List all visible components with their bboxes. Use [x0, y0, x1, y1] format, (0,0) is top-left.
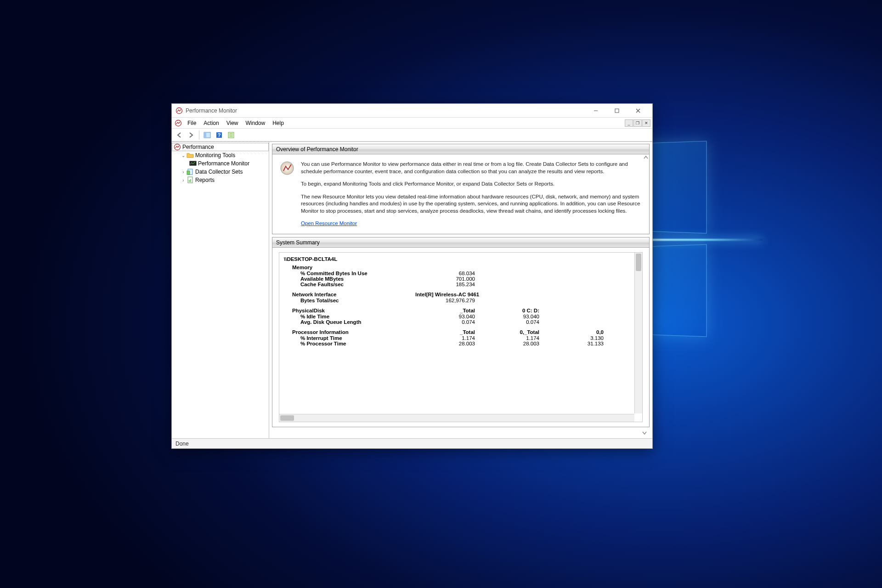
close-button[interactable] — [628, 104, 649, 117]
app-icon — [175, 119, 182, 127]
reports-icon — [187, 176, 194, 184]
minimize-button[interactable] — [585, 104, 606, 117]
folder-icon — [187, 152, 194, 159]
tree-node-monitoring-tools[interactable]: ⌄ Monitoring Tools — [172, 151, 269, 159]
tree-node-performance-monitor[interactable]: Performance Monitor — [172, 159, 269, 168]
navigation-tree[interactable]: Performance ⌄ Monitoring Tools Performan… — [172, 142, 269, 438]
svg-rect-7 — [204, 132, 206, 138]
overview-text-3: The new Resource Monitor lets you view d… — [301, 193, 642, 215]
perfmon-icon — [174, 143, 181, 151]
app-icon — [175, 107, 183, 114]
menu-view[interactable]: View — [223, 118, 242, 128]
svg-rect-17 — [187, 171, 190, 175]
tree-node-data-collector-sets[interactable]: › Data Collector Sets — [172, 168, 269, 176]
mdi-close-button[interactable]: ✕ — [642, 119, 650, 127]
statusbar: Done — [172, 438, 652, 448]
open-resource-monitor-link[interactable]: Open Resource Monitor — [301, 220, 357, 226]
menu-help[interactable]: Help — [269, 118, 288, 128]
overview-header: Overview of Performance Monitor — [272, 144, 649, 154]
maximize-button[interactable] — [606, 104, 628, 117]
expand-icon[interactable]: › — [180, 178, 187, 183]
status-text: Done — [175, 441, 189, 447]
tree-label: Data Collector Sets — [195, 169, 243, 175]
system-summary-panel: System Summary \\DESKTOP-BCLTA4L Memory … — [272, 237, 650, 427]
tree-label: Monitoring Tools — [195, 152, 235, 158]
system-summary-header: System Summary — [272, 237, 649, 248]
expand-icon[interactable]: › — [180, 170, 187, 175]
system-summary-grid[interactable]: \\DESKTOP-BCLTA4L Memory % Committed Byt… — [279, 252, 643, 422]
overview-scroll-up-icon[interactable] — [644, 155, 648, 160]
summary-hostname: \\DESKTOP-BCLTA4L — [284, 256, 638, 262]
mdi-restore-button[interactable]: ❐ — [633, 119, 642, 127]
toolbar: ? — [172, 129, 652, 141]
titlebar[interactable]: Performance Monitor — [172, 104, 652, 118]
show-hide-tree-button[interactable] — [202, 130, 213, 141]
expand-icon[interactable]: ⌄ — [180, 153, 187, 158]
back-button[interactable] — [174, 130, 185, 141]
summary-vertical-scrollbar[interactable] — [634, 253, 642, 413]
monitor-icon — [189, 160, 197, 167]
overview-scroll-down-icon[interactable] — [272, 430, 650, 436]
tree-label: Performance Monitor — [198, 160, 249, 167]
tree-label: Performance — [182, 144, 214, 150]
collector-icon — [187, 168, 194, 175]
forward-button[interactable] — [186, 130, 197, 141]
tree-node-reports[interactable]: › Reports — [172, 176, 269, 184]
mdi-minimize-button[interactable]: _ — [625, 119, 633, 127]
overview-panel: Overview of Performance Monitor You can … — [272, 144, 650, 234]
overview-text-2: To begin, expand Monitoring Tools and cl… — [301, 181, 642, 188]
svg-rect-2 — [615, 109, 619, 113]
tree-node-performance[interactable]: Performance — [172, 143, 269, 151]
svg-rect-19 — [189, 180, 190, 182]
svg-text:?: ? — [218, 132, 221, 138]
overview-icon — [280, 161, 294, 175]
menu-window[interactable]: Window — [242, 118, 269, 128]
help-button[interactable]: ? — [214, 130, 225, 141]
summary-horizontal-scrollbar[interactable] — [279, 414, 634, 422]
performance-monitor-window: Performance Monitor File Action View Win… — [171, 103, 653, 449]
properties-button[interactable] — [226, 130, 237, 141]
group-memory: Memory — [292, 265, 638, 270]
menu-action[interactable]: Action — [200, 118, 222, 128]
menu-file[interactable]: File — [184, 118, 200, 128]
svg-rect-20 — [190, 179, 191, 182]
window-title: Performance Monitor — [186, 107, 585, 114]
tree-label: Reports — [195, 177, 215, 183]
menubar: File Action View Window Help _ ❐ ✕ — [172, 118, 652, 129]
overview-text-1: You can use Performance Monitor to view … — [301, 161, 642, 175]
